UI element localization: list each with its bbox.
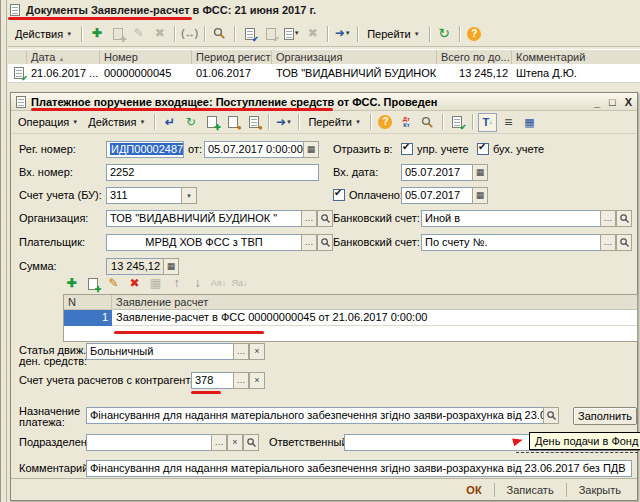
list-settings-button[interactable]: ≡ xyxy=(499,113,518,132)
ellipsis-button[interactable]: … xyxy=(233,372,249,389)
search-button[interactable] xyxy=(210,24,229,43)
actions-menu-button[interactable]: Действия▼ xyxy=(11,26,76,42)
row-up-button[interactable]: ↑ xyxy=(167,274,186,293)
items-header-text[interactable]: Заявление расчет xyxy=(112,295,636,310)
goto-menu-button[interactable]: Перейти▼ xyxy=(363,26,424,42)
purpose-input[interactable]: Фінансування для надання матеріального з… xyxy=(86,407,544,424)
save-button[interactable]: Записать xyxy=(501,483,560,497)
dialog-import-button[interactable]: ➜▼ xyxy=(274,113,293,132)
ellipsis-button[interactable]: … xyxy=(233,343,249,360)
organization-input[interactable]: ТОВ "ВИДАВНИЧИЙ БУДИНОК " xyxy=(106,210,302,227)
reg-number-input[interactable]: ИДП00002487 xyxy=(106,141,184,158)
table-row[interactable]: ✔ 21.06.2017 ... 00000000045 01.06.2017 … xyxy=(8,64,640,83)
paid-date-input[interactable]: 05.07.2017 xyxy=(401,187,473,204)
edit-button[interactable]: ✎ xyxy=(129,24,148,43)
sort-asc-button[interactable]: Ая↓ xyxy=(209,274,228,293)
header-org[interactable]: Организация xyxy=(272,50,437,65)
ellipsis-button[interactable]: … xyxy=(211,434,227,451)
copy-button[interactable]: ✚ xyxy=(108,24,127,43)
lens-button[interactable] xyxy=(616,210,632,227)
row-end-edit-button[interactable]: ▦ xyxy=(146,274,165,293)
clear-button[interactable]: × xyxy=(249,372,265,389)
journal-button[interactable]: ✔ xyxy=(240,24,259,43)
clear-button[interactable]: × xyxy=(227,434,243,451)
report-button[interactable]: ✔ xyxy=(448,113,467,132)
department-input[interactable] xyxy=(86,434,212,451)
header-period[interactable]: Период регистрации xyxy=(192,50,272,65)
filter-clear-button[interactable]: ✖ xyxy=(303,24,322,43)
dtkt-button[interactable]: ДтКт xyxy=(397,113,416,132)
doc-datetime-input[interactable]: 05.07.2017 0:00:00 xyxy=(204,141,304,158)
contractor-account-input[interactable]: 378 xyxy=(191,372,234,389)
in-date-input[interactable]: 05.07.2017 xyxy=(401,164,473,181)
journal-menu-button[interactable]: ▼ xyxy=(282,24,301,43)
clear-button[interactable]: × xyxy=(249,343,265,360)
items-empty-row[interactable] xyxy=(64,326,637,342)
reread-button[interactable]: ↻ xyxy=(181,113,200,132)
lens-button[interactable] xyxy=(543,407,559,424)
in-number-input[interactable]: 2252 xyxy=(106,164,319,181)
chevron-down-icon[interactable]: ▼ xyxy=(181,187,197,204)
row-edit-button[interactable]: ✎ xyxy=(104,274,123,293)
header-number[interactable]: Номер xyxy=(100,50,192,65)
filter-by-value-button[interactable]: Т↓ xyxy=(478,113,497,132)
lens-button[interactable] xyxy=(243,434,259,451)
refresh-button[interactable]: ↻ xyxy=(435,24,454,43)
paid-checkbox[interactable]: ✔Оплачено: xyxy=(333,189,403,201)
header-comment[interactable]: Комментарий xyxy=(512,50,640,65)
doc-structure-button[interactable] xyxy=(418,113,437,132)
maximize-button[interactable]: □ xyxy=(609,96,616,108)
movements-button[interactable]: ● xyxy=(244,113,263,132)
minimize-button[interactable]: _ xyxy=(594,96,600,108)
cashflow-input[interactable]: Больничный xyxy=(86,343,234,360)
account-bu-select[interactable]: 311 xyxy=(106,187,182,204)
columns-setup-button[interactable]: ▦ xyxy=(520,113,539,132)
list-table-header: Дата ▲ Номер Период регистрации Организа… xyxy=(8,49,640,64)
row-copy-button[interactable]: ✚ xyxy=(83,274,102,293)
dialog-help-button[interactable]: ? xyxy=(376,113,395,132)
items-row[interactable]: 1 Заявление-расчет в ФСС 00000000045 от … xyxy=(64,310,637,326)
ok-button[interactable]: ОК xyxy=(460,483,487,497)
row-add-button[interactable]: ✚ xyxy=(62,274,81,293)
ellipsis-button[interactable]: … xyxy=(600,210,616,227)
close-button[interactable]: X xyxy=(625,96,632,108)
ellipsis-button[interactable]: … xyxy=(301,210,317,227)
calculator-icon[interactable]: ▦ xyxy=(163,258,179,275)
bank-account1-input[interactable]: Иной в xyxy=(421,210,601,227)
delete-button[interactable]: ✖ xyxy=(150,24,169,43)
ellipsis-button[interactable]: … xyxy=(301,234,317,251)
sum-label: Сумма: xyxy=(19,260,57,272)
header-date[interactable]: Дата ▲ xyxy=(27,50,100,65)
dialog-goto-menu-button[interactable]: Перейти▼ xyxy=(304,114,365,130)
lens-button[interactable] xyxy=(616,234,632,251)
calendar-icon[interactable]: ▦ xyxy=(472,187,488,204)
sort-desc-button[interactable]: Яа↓ xyxy=(230,274,249,293)
lens-button[interactable] xyxy=(317,234,333,251)
post-document-button[interactable]: ↵ xyxy=(160,113,179,132)
row-delete-button[interactable]: ✖ xyxy=(125,274,144,293)
lens-button[interactable] xyxy=(317,210,333,227)
calendar-icon[interactable]: ▦ xyxy=(472,164,488,181)
journal-clear-button[interactable]: ✔ xyxy=(261,24,280,43)
app-window: Документы Заявление-расчет в ФСС: 21 июн… xyxy=(0,0,640,502)
copy-doc-button[interactable]: ● xyxy=(223,113,242,132)
header-total[interactable]: Всего по до... xyxy=(437,50,512,65)
payer-input[interactable]: МРВД ХОВ ФСС з ТВП xyxy=(106,234,302,251)
operation-menu-button[interactable]: Операция▼ xyxy=(14,114,82,130)
help-button[interactable]: ? xyxy=(465,24,484,43)
add-button[interactable]: ✚ xyxy=(87,24,106,43)
comment-input[interactable]: Фінансування для надання матеріального з… xyxy=(86,460,632,477)
buh-uchete-checkbox[interactable]: ✔бух. учете xyxy=(477,143,544,155)
row-down-button[interactable]: ↓ xyxy=(188,274,207,293)
period-button[interactable]: (↔) xyxy=(180,24,199,43)
upr-uchete-checkbox[interactable]: ✔упр. учете xyxy=(401,143,469,155)
ellipsis-button[interactable]: … xyxy=(600,234,616,251)
bank-account2-input[interactable]: По счету №. xyxy=(421,234,601,251)
close-button[interactable]: Закрыть xyxy=(573,483,627,497)
items-header-n[interactable]: N xyxy=(64,295,112,310)
import-button[interactable]: ➜▼ xyxy=(333,24,352,43)
new-doc-button[interactable]: ✚ xyxy=(202,113,221,132)
dialog-actions-menu-button[interactable]: Действия▼ xyxy=(84,114,149,130)
calendar-icon[interactable]: ▦ xyxy=(303,141,319,158)
fill-button[interactable]: Заполнить xyxy=(573,407,637,425)
